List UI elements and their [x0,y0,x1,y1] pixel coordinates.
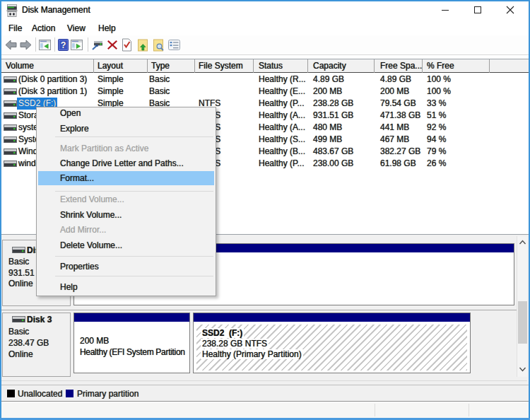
svg-text:?: ? [61,40,66,50]
